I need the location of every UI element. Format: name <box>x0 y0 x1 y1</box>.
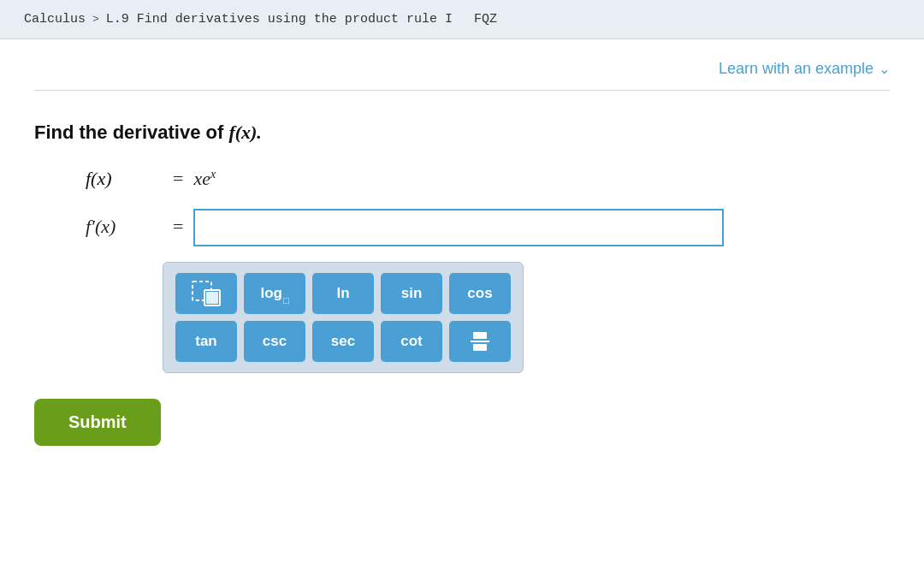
learn-example-chevron-icon: ⌄ <box>879 61 890 77</box>
submit-label: Submit <box>68 412 127 431</box>
fraction-button[interactable] <box>449 321 511 362</box>
math-section: f(x) = xex f′(x) = <box>86 168 890 373</box>
given-equals: = <box>173 168 183 190</box>
answer-input[interactable] <box>193 209 724 246</box>
given-equation-row: f(x) = xex <box>86 168 890 190</box>
breadcrumb-tag: FQZ <box>474 12 497 27</box>
learn-example-container: Learn with an example ⌄ <box>34 60 890 91</box>
sec-button[interactable]: sec <box>312 321 374 362</box>
cos-button[interactable]: cos <box>449 273 511 314</box>
breadcrumb-lesson[interactable]: L.9 Find derivatives using the product r… <box>106 12 453 27</box>
tan-button[interactable]: tan <box>175 321 237 362</box>
keypad-popup: log□ ln sin cos tan <box>163 262 524 373</box>
learn-example-link[interactable]: Learn with an example ⌄ <box>719 60 890 78</box>
log-button[interactable]: log□ <box>244 273 305 314</box>
learn-example-label: Learn with an example <box>719 60 874 78</box>
breadcrumb-bar: Calculus > L.9 Find derivatives using th… <box>0 0 924 39</box>
breadcrumb-chevron: > <box>92 13 99 26</box>
prompt-text: Find the derivative of <box>34 122 228 143</box>
sin-button[interactable]: sin <box>381 273 442 314</box>
breadcrumb-subject[interactable]: Calculus <box>24 12 86 27</box>
svg-rect-2 <box>206 292 218 304</box>
question-prompt: Find the derivative of f(x). <box>34 122 890 144</box>
fraction-icon <box>471 332 489 351</box>
keypad-row-1: log□ ln sin cos <box>175 273 511 314</box>
answer-input-row: f′(x) = <box>86 209 890 246</box>
submit-button[interactable]: Submit <box>34 399 161 446</box>
bracket-icon <box>191 280 222 307</box>
keypad-row-2: tan csc sec cot <box>175 321 511 362</box>
bracket-button[interactable] <box>175 273 237 314</box>
csc-button[interactable]: csc <box>244 321 305 362</box>
answer-label: f′(x) <box>86 209 163 238</box>
prompt-function: f(x). <box>228 122 261 143</box>
given-value: xex <box>193 168 216 190</box>
answer-equals: = <box>173 209 183 238</box>
given-label: f(x) <box>86 168 163 190</box>
ln-button[interactable]: ln <box>312 273 374 314</box>
cot-button[interactable]: cot <box>381 321 442 362</box>
main-content: Learn with an example ⌄ Find the derivat… <box>0 39 924 471</box>
